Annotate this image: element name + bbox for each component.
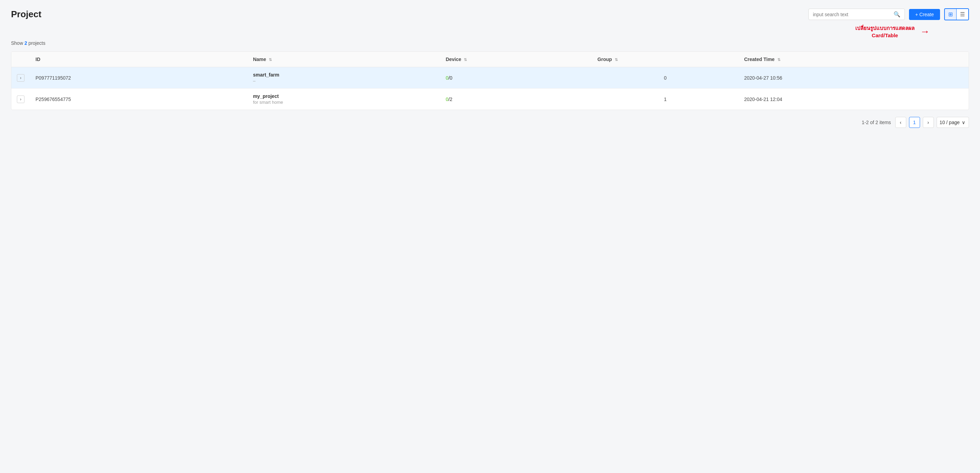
next-page-button[interactable]: › [923,117,934,128]
per-page-chevron: ∨ [962,119,965,125]
col-device-label: Device [445,57,461,62]
col-id: ID [30,52,247,67]
project-name: smart_farm [253,72,434,78]
row-expand-button[interactable]: › [17,96,24,103]
col-group[interactable]: Group ⇅ [592,52,739,67]
device-total: /0 [448,75,452,81]
show-label: Show [11,40,23,46]
project-name: my_project [253,94,434,99]
header-controls: 🔍 + Create ⊞ ☰ [808,8,969,20]
project-desc: – [253,78,434,83]
project-count: 2 [24,40,27,46]
row-device: 0/2 [440,89,592,110]
show-unit: projects [29,40,46,46]
device-sort-icon: ⇅ [464,57,467,62]
row-device: 0/0 [440,67,592,89]
annotation-text: เปลี่ยนรูปแบบการแสดลผลCard/Table [855,24,915,39]
list-view-button[interactable]: ☰ [956,9,968,20]
subheader: Show 2 projects [11,40,969,46]
prev-page-button[interactable]: ‹ [895,117,906,128]
table-header: ID Name ⇅ Device ⇅ Group ⇅ C [11,52,969,67]
page-1-button[interactable]: 1 [909,117,920,128]
table-body: ›P097771195072smart_farm–0/002020-04-27 … [11,67,969,110]
search-input[interactable] [813,12,891,17]
per-page-label: 10 / page [940,119,960,125]
col-group-label: Group [598,57,612,62]
search-icon: 🔍 [894,11,900,18]
row-group: 0 [592,67,739,89]
per-page-select[interactable]: 10 / page ∨ [937,117,969,128]
annotation-arrow: → [920,26,930,37]
col-name[interactable]: Name ⇅ [247,52,440,67]
row-id: P097771195072 [30,67,247,89]
row-group: 1 [592,89,739,110]
row-name: smart_farm– [247,67,440,89]
view-toggle: ⊞ ☰ [944,8,969,20]
project-desc: for smart home [253,100,434,105]
pagination-row: 1-2 of 2 items ‹ 1 › 10 / page ∨ [11,110,969,128]
row-expand-button[interactable]: › [17,74,24,82]
table-row: ›P259676554775my_projectfor smart home0/… [11,89,969,110]
projects-table-wrapper: ID Name ⇅ Device ⇅ Group ⇅ C [11,51,969,110]
row-name: my_projectfor smart home [247,89,440,110]
col-created-time-label: Created Time [744,57,774,62]
device-total: /2 [448,97,452,102]
col-expand [11,52,30,67]
col-created-time[interactable]: Created Time ⇅ [738,52,969,67]
created-time-sort-icon: ⇅ [777,57,781,62]
card-view-button[interactable]: ⊞ [945,9,956,20]
group-sort-icon: ⇅ [615,57,618,62]
col-id-label: ID [35,57,40,62]
row-created-time: 2020-04-21 12:04 [738,89,969,110]
col-device[interactable]: Device ⇅ [440,52,592,67]
page-title: Project [11,9,41,20]
projects-table: ID Name ⇅ Device ⇅ Group ⇅ C [11,52,969,110]
create-button[interactable]: + Create [909,9,940,20]
col-name-label: Name [253,57,266,62]
table-row: ›P097771195072smart_farm–0/002020-04-27 … [11,67,969,89]
row-created-time: 2020-04-27 10:56 [738,67,969,89]
pagination-info: 1-2 of 2 items [862,119,891,125]
name-sort-icon: ⇅ [269,57,272,62]
row-id: P259676554775 [30,89,247,110]
search-box: 🔍 [808,9,905,20]
annotation-area: เปลี่ยนรูปแบบการแสดลผลCard/Table → [11,24,969,39]
